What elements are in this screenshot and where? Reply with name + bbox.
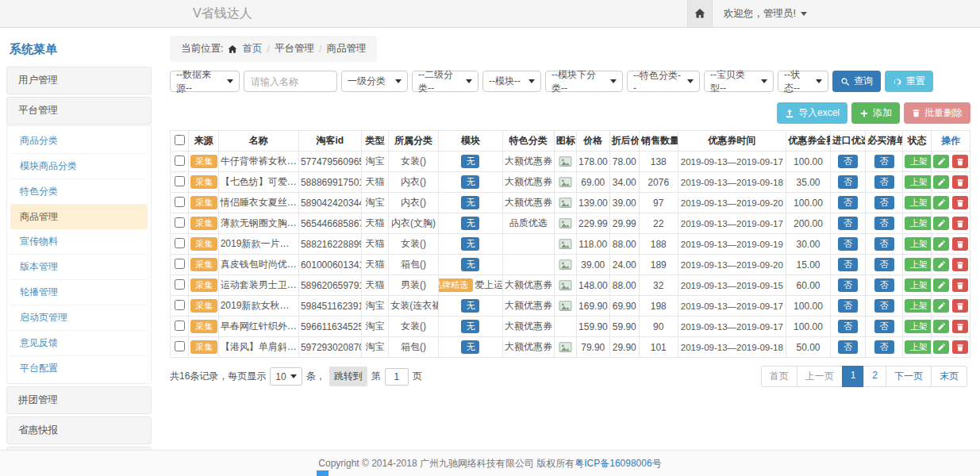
status-button[interactable]: 上架 bbox=[905, 299, 932, 313]
status-button[interactable]: 上架 bbox=[905, 155, 932, 168]
reset-button[interactable]: 重置 bbox=[885, 71, 933, 92]
status-button[interactable]: 上架 bbox=[905, 217, 932, 230]
edit-button[interactable] bbox=[933, 258, 949, 271]
sidebar-item-feedback[interactable]: 意见反馈 bbox=[10, 331, 148, 356]
pager-button-末页[interactable]: 末页 bbox=[931, 366, 967, 387]
filter-select-item-type[interactable]: --宝贝类型-- bbox=[704, 71, 774, 92]
must-buy-toggle-button[interactable]: 否 bbox=[874, 340, 894, 354]
row-checkbox[interactable] bbox=[175, 155, 185, 166]
pager-button-首页[interactable]: 首页 bbox=[761, 366, 797, 387]
row-checkbox[interactable] bbox=[175, 238, 185, 248]
query-button[interactable]: 查询 bbox=[832, 71, 881, 92]
must-buy-toggle-button[interactable]: 否 bbox=[874, 196, 894, 209]
import-toggle-button[interactable]: 否 bbox=[838, 299, 858, 313]
must-buy-toggle-button[interactable]: 否 bbox=[874, 299, 894, 313]
edit-button[interactable] bbox=[933, 237, 949, 251]
status-button[interactable]: 上架 bbox=[905, 237, 932, 251]
import-toggle-button[interactable]: 否 bbox=[838, 340, 858, 354]
edit-button[interactable] bbox=[933, 217, 949, 230]
status-button[interactable]: 上架 bbox=[905, 175, 932, 189]
delete-button[interactable] bbox=[952, 320, 968, 333]
sidebar-item-carousel-management[interactable]: 轮播管理 bbox=[10, 280, 148, 305]
filter-select-module-subcategory[interactable]: --模块下分类-- bbox=[545, 71, 623, 92]
status-button[interactable]: 上架 bbox=[905, 320, 932, 333]
delete-button[interactable] bbox=[952, 237, 968, 251]
filter-select-level2-category[interactable]: --二级分类-- bbox=[412, 71, 478, 92]
delete-button[interactable] bbox=[952, 258, 968, 271]
sidebar-item-goods-management[interactable]: 商品管理 bbox=[10, 205, 148, 229]
page-size-select[interactable]: 10 bbox=[270, 367, 302, 386]
edit-button[interactable] bbox=[933, 299, 949, 313]
edit-button[interactable] bbox=[933, 340, 949, 354]
sidebar-item-version-management[interactable]: 版本管理 bbox=[10, 255, 148, 280]
sidebar-item-saving-express[interactable]: 省惠快报 bbox=[6, 416, 152, 444]
import-toggle-button[interactable]: 否 bbox=[838, 196, 858, 209]
filter-select-status[interactable]: --状态-- bbox=[778, 71, 828, 92]
status-button[interactable]: 上架 bbox=[905, 278, 932, 292]
row-checkbox[interactable] bbox=[175, 197, 185, 207]
filter-select-module[interactable]: --模块-- bbox=[482, 71, 541, 92]
import-toggle-button[interactable]: 否 bbox=[838, 217, 858, 230]
edit-button[interactable] bbox=[933, 320, 949, 333]
must-buy-toggle-button[interactable]: 否 bbox=[874, 175, 894, 189]
must-buy-toggle-button[interactable]: 否 bbox=[874, 237, 894, 251]
must-buy-toggle-button[interactable]: 否 bbox=[874, 278, 894, 292]
row-checkbox[interactable] bbox=[175, 300, 185, 310]
import-toggle-button[interactable]: 否 bbox=[838, 175, 858, 189]
delete-button[interactable] bbox=[952, 196, 968, 209]
row-checkbox[interactable] bbox=[175, 321, 185, 331]
sidebar-item-feature-category[interactable]: 特色分类 bbox=[10, 179, 148, 205]
sidebar-item-user-management[interactable]: 用户管理 bbox=[6, 67, 152, 94]
sidebar-item-group-buy-management[interactable]: 拼团管理 bbox=[6, 386, 152, 414]
sidebar-item-platform-management[interactable]: 平台管理 bbox=[6, 97, 152, 125]
filter-select-level1-category[interactable]: 一级分类 bbox=[341, 71, 408, 92]
pager-button-下一页[interactable]: 下一页 bbox=[886, 366, 932, 387]
import-toggle-button[interactable]: 否 bbox=[838, 320, 858, 333]
select-all-checkbox[interactable] bbox=[175, 135, 185, 145]
delete-button[interactable] bbox=[952, 175, 968, 189]
delete-button[interactable] bbox=[952, 217, 968, 230]
must-buy-toggle-button[interactable]: 否 bbox=[874, 155, 894, 168]
pager-button-上一页[interactable]: 上一页 bbox=[797, 366, 843, 387]
row-checkbox[interactable] bbox=[175, 279, 185, 290]
import-toggle-button[interactable]: 否 bbox=[838, 258, 858, 271]
delete-button[interactable] bbox=[952, 340, 968, 354]
must-buy-toggle-button[interactable]: 否 bbox=[874, 258, 894, 271]
add-button[interactable]: 添加 bbox=[851, 102, 900, 124]
must-buy-toggle-button[interactable]: 否 bbox=[874, 217, 894, 230]
filter-select-feature-category[interactable]: --特色分类-- bbox=[627, 71, 700, 92]
row-checkbox[interactable] bbox=[175, 341, 185, 351]
delete-button[interactable] bbox=[952, 155, 968, 168]
breadcrumb-home-link[interactable]: 首页 bbox=[242, 42, 262, 56]
batch-delete-button[interactable]: 批量删除 bbox=[904, 102, 970, 124]
row-checkbox[interactable] bbox=[175, 176, 185, 186]
user-menu[interactable]: 欢迎您，管理员! bbox=[724, 7, 807, 21]
filter-select-data-source[interactable]: --数据来源-- bbox=[170, 71, 240, 92]
edit-button[interactable] bbox=[933, 196, 949, 209]
delete-button[interactable] bbox=[952, 299, 968, 313]
status-button[interactable]: 上架 bbox=[905, 196, 932, 209]
import-excel-button[interactable]: 导入excel bbox=[777, 102, 847, 124]
import-toggle-button[interactable]: 否 bbox=[838, 155, 858, 168]
home-button[interactable] bbox=[687, 0, 713, 27]
search-input[interactable] bbox=[244, 71, 337, 92]
jump-page-input[interactable] bbox=[385, 368, 409, 386]
sidebar-item-promo-materials[interactable]: 宣传物料 bbox=[10, 229, 148, 255]
edit-button[interactable] bbox=[933, 278, 949, 292]
sidebar-item-goods-category[interactable]: 商品分类 bbox=[10, 129, 148, 154]
sidebar-item-module-goods-category[interactable]: 模块商品分类 bbox=[10, 154, 148, 179]
delete-button[interactable] bbox=[952, 278, 968, 292]
sidebar-item-splash-page-management[interactable]: 启动页管理 bbox=[10, 305, 148, 331]
import-toggle-button[interactable]: 否 bbox=[838, 278, 858, 292]
import-toggle-button[interactable]: 否 bbox=[838, 237, 858, 251]
pager-button-1[interactable]: 1 bbox=[842, 366, 865, 387]
pager-button-2[interactable]: 2 bbox=[863, 366, 886, 387]
status-button[interactable]: 上架 bbox=[905, 258, 932, 271]
must-buy-toggle-button[interactable]: 否 bbox=[874, 320, 894, 333]
status-button[interactable]: 上架 bbox=[905, 340, 932, 354]
edit-button[interactable] bbox=[933, 175, 949, 189]
row-checkbox[interactable] bbox=[175, 217, 185, 228]
icp-link[interactable]: 粤ICP备16098006号 bbox=[575, 457, 661, 470]
row-checkbox[interactable] bbox=[175, 259, 185, 269]
edit-button[interactable] bbox=[933, 155, 949, 168]
